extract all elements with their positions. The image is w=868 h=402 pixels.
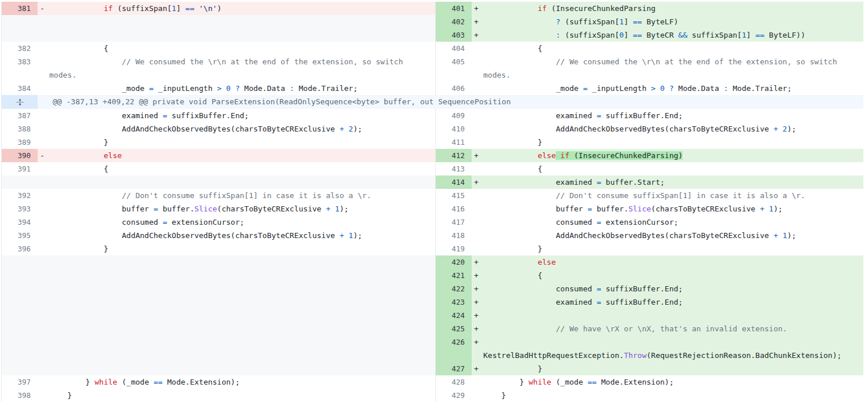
diff-marker	[472, 136, 483, 149]
expand-hunk-button[interactable]	[2, 95, 38, 109]
line-number[interactable]: 398	[2, 389, 38, 402]
code-line: AddAndCheckObservedBytes(charsToByteCREx…	[483, 122, 863, 136]
line-number[interactable]: 403	[436, 28, 472, 42]
diff-marker	[472, 82, 483, 95]
line-number[interactable]: 415	[436, 189, 472, 202]
line-number[interactable]: 401	[436, 2, 472, 15]
diff-row: 392 // Don't consume suffixSpan[1] in ca…	[2, 189, 863, 202]
line-number[interactable]: 411	[436, 136, 472, 149]
line-number[interactable]: 393	[2, 202, 38, 215]
diff-new-side: 417 consumed = extensionCursor;	[435, 215, 863, 229]
code-line	[49, 335, 435, 349]
line-number[interactable]: 421	[436, 269, 472, 282]
diff-row: modes.modes.	[2, 68, 863, 82]
diff-old-side	[2, 349, 435, 362]
diff-marker	[472, 162, 483, 176]
line-number[interactable]: 412	[436, 149, 472, 162]
diff-row: 422+ consumed = suffixBuffer.End;	[2, 282, 863, 295]
line-number[interactable]: 405	[436, 55, 472, 68]
diff-old-side	[2, 269, 435, 282]
line-number[interactable]: 422	[436, 282, 472, 295]
code-line: }	[483, 242, 863, 255]
line-number[interactable]: 394	[2, 215, 38, 229]
diff-new-side: 420+ else	[435, 255, 863, 269]
diff-marker	[38, 229, 49, 242]
code-line	[49, 295, 435, 309]
line-number[interactable]: 414	[436, 176, 472, 189]
diff-old-side: 382 {	[2, 42, 435, 55]
diff-marker	[38, 322, 49, 335]
line-number	[2, 269, 38, 282]
line-number[interactable]: 382	[2, 42, 38, 55]
diff-marker	[38, 82, 49, 95]
diff-marker	[472, 68, 483, 82]
diff-new-side: 401+ if (InsecureChunkedParsing	[435, 2, 863, 15]
diff-old-side	[2, 176, 435, 189]
diff-marker	[38, 162, 49, 176]
line-number[interactable]: 397	[2, 375, 38, 389]
diff-new-side: 414+ examined = buffer.Start;	[435, 176, 863, 189]
line-number[interactable]: 424	[436, 309, 472, 322]
diff-row: 414+ examined = buffer.Start;	[2, 176, 863, 189]
diff-marker	[38, 242, 49, 255]
line-number[interactable]: 384	[2, 82, 38, 95]
line-number[interactable]: 420	[436, 255, 472, 269]
diff-new-side: 402+ ? (suffixSpan[1] == ByteLF)	[435, 15, 863, 28]
line-number[interactable]: 391	[2, 162, 38, 176]
line-number[interactable]: 383	[2, 55, 38, 68]
diff-old-side: modes.	[2, 68, 435, 82]
line-number[interactable]: 409	[436, 109, 472, 122]
code-line	[49, 322, 435, 335]
line-number[interactable]: 402	[436, 15, 472, 28]
diff-new-side: 421+ {	[435, 269, 863, 282]
line-number[interactable]: 423	[436, 295, 472, 309]
line-number[interactable]: 404	[436, 42, 472, 55]
line-number[interactable]: 416	[436, 202, 472, 215]
line-number[interactable]: 396	[2, 242, 38, 255]
code-line: {	[49, 162, 435, 176]
line-number[interactable]: 419	[436, 242, 472, 255]
diff-marker	[38, 189, 49, 202]
diff-new-side: 406 _mode = _inputLength > 0 ? Mode.Data…	[435, 82, 863, 95]
line-number[interactable]: 425	[436, 322, 472, 335]
code-line: if (InsecureChunkedParsing	[483, 2, 863, 15]
code-line: else	[49, 149, 435, 162]
line-number[interactable]: 417	[436, 215, 472, 229]
code-line: }	[483, 362, 863, 375]
diff-marker: +	[472, 255, 483, 269]
diff-marker	[38, 335, 49, 349]
diff-old-side: 394 consumed = extensionCursor;	[2, 215, 435, 229]
line-number[interactable]: 406	[436, 82, 472, 95]
diff-marker	[472, 202, 483, 215]
code-line: examined = buffer.Start;	[483, 176, 863, 189]
line-number[interactable]: 389	[2, 136, 38, 149]
line-number	[2, 322, 38, 335]
line-number[interactable]: 426	[436, 335, 472, 349]
line-number[interactable]: 387	[2, 109, 38, 122]
diff-old-side: 391 {	[2, 162, 435, 176]
line-number[interactable]: 390	[2, 149, 38, 162]
code-line	[49, 309, 435, 322]
line-number[interactable]: 381	[2, 2, 38, 15]
line-number[interactable]: 410	[436, 122, 472, 136]
diff-marker: +	[472, 335, 483, 349]
diff-row: 402+ ? (suffixSpan[1] == ByteLF)	[2, 15, 863, 28]
line-number[interactable]: 429	[436, 389, 472, 402]
code-line: consumed = suffixBuffer.End;	[483, 282, 863, 295]
line-number[interactable]: 413	[436, 162, 472, 176]
code-line	[49, 269, 435, 282]
line-number[interactable]: 428	[436, 375, 472, 389]
code-line	[49, 15, 435, 28]
diff-new-side: 419 }	[435, 242, 863, 255]
diff-new-side: 428 } while (_mode == Mode.Extension);	[435, 375, 863, 389]
line-number[interactable]: 388	[2, 122, 38, 136]
diff-old-side	[2, 335, 435, 349]
line-number[interactable]: 427	[436, 362, 472, 375]
diff-new-side: 424+	[435, 309, 863, 322]
line-number[interactable]: 418	[436, 229, 472, 242]
line-number[interactable]: 392	[2, 189, 38, 202]
line-number[interactable]: 395	[2, 229, 38, 242]
code-line: // We consumed the \r\n at the end of th…	[483, 55, 863, 68]
code-line: ? (suffixSpan[1] == ByteLF)	[483, 15, 863, 28]
diff-marker	[38, 375, 49, 389]
